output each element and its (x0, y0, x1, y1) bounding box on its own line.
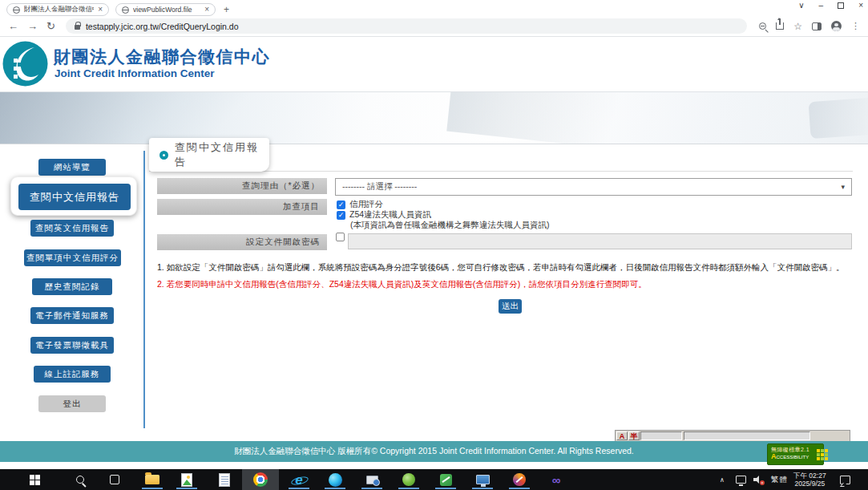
taskbar-search-button[interactable] (62, 469, 99, 490)
painter-app-button[interactable] (501, 469, 538, 490)
screen: 財團法人金融聯合徵信中心-個人 × viewPublicWord.file × … (0, 0, 868, 490)
start-button[interactable] (16, 469, 53, 490)
site-title-zh: 財團法人金融聯合徵信中心 (54, 46, 270, 68)
toolbar-actions: ☆ ⋮ (759, 21, 860, 31)
remote-desktop-button[interactable] (353, 469, 390, 490)
internet-explorer-button[interactable]: e (281, 469, 317, 490)
url-text[interactable]: testapply.jcic.org.tw/CreditQueryLogin.d… (86, 22, 239, 31)
reason-select[interactable]: -------- 請選擇 -------- ▾ (335, 178, 852, 196)
infinity-icon: ∞ (552, 474, 561, 486)
doc-password-input[interactable] (348, 233, 852, 249)
tray-time: 下午 02:27 (793, 472, 826, 480)
z54-note: (本項資訊為曾任職金融機構之舞弊違法失職人員資訊) (350, 220, 550, 231)
image-viewer-button[interactable] (168, 469, 205, 490)
bookmark-star-icon[interactable]: ☆ (793, 22, 802, 31)
windows-logo-icon (30, 475, 40, 485)
address-bar[interactable]: testapply.jcic.org.tw/CreditQueryLogin.d… (66, 18, 747, 34)
sidebar-item-english-credit-report[interactable]: 查閱英文信用報告 (30, 220, 114, 237)
profile-avatar[interactable] (831, 21, 842, 31)
network-tray-button[interactable] (736, 469, 746, 490)
doc-password-checkbox[interactable] (336, 233, 345, 241)
search-icon (76, 476, 84, 484)
sidebar-item-online-note[interactable]: 線上註記服務 (34, 366, 111, 383)
document-app-button[interactable] (206, 469, 243, 490)
tab-close-icon[interactable]: × (204, 6, 209, 14)
ime-language-bar: A 半 (615, 430, 850, 442)
monitor-icon (476, 475, 490, 484)
sidebar-item-history[interactable]: 歷史查閱記錄 (32, 278, 112, 295)
paint-icon (513, 473, 526, 486)
z54-checkbox[interactable]: ✓ (337, 211, 345, 220)
back-button[interactable]: ← (8, 21, 18, 31)
copyright-text: 財團法人金融聯合徵信中心 版權所有© Copyright 2015 Joint … (234, 446, 633, 456)
banner-keyboard-shape (0, 91, 322, 144)
window-controls: ∨ – × (798, 1, 863, 10)
z54-label: Z54違法失職人員資訊 (349, 209, 431, 221)
monitor-app-button[interactable] (464, 469, 501, 490)
accessibility-badge-line1: 無障礙標章2.1 (771, 447, 821, 453)
submit-button[interactable]: 送出 (499, 299, 522, 314)
tab-strip: 財團法人金融聯合徵信中心-個人 × viewPublicWord.file × … (0, 0, 868, 16)
checkbox-row-credit-score: ✓ 信用評分 (337, 199, 383, 210)
new-tab-button[interactable]: + (224, 4, 229, 15)
tab-close-icon[interactable]: × (98, 6, 103, 14)
jcic-logo[interactable] (2, 41, 48, 87)
chevron-down-icon[interactable]: ∨ (798, 1, 804, 10)
restore-button[interactable] (838, 2, 844, 9)
minimize-button[interactable]: – (819, 1, 824, 10)
task-view-button[interactable] (96, 469, 133, 490)
tab-title: viewPublicWord.file (133, 6, 192, 14)
taskbar: e ∞ ∧ × 繁體 下午 02:27 2025/9/25 (0, 469, 868, 490)
tab-viewpublicword[interactable]: viewPublicWord.file × (115, 3, 216, 16)
browser-chrome: 財團法人金融聯合徵信中心-個人 × viewPublicWord.file × … (0, 0, 868, 37)
edge-icon (329, 473, 342, 487)
forward-button[interactable]: → (27, 21, 38, 31)
note-password-hint: 1. 如欲設定「文件開啟密碼」請勾選此欄，系統將預設密碼為身分證字號後6碼，您可… (157, 262, 845, 273)
tray-expand-button[interactable]: ∧ (720, 469, 725, 490)
green-app2-button[interactable] (427, 469, 464, 490)
file-explorer-button[interactable] (134, 469, 171, 490)
teal-ring-icon (159, 151, 168, 160)
logout-button[interactable]: 登出 (38, 395, 106, 412)
accessibility-badge-line2: ACCESSIBILITY (771, 453, 821, 461)
close-button[interactable]: × (858, 1, 863, 10)
sidebar-item-single-credit-score[interactable]: 查閱單項中文信用評分 (24, 249, 121, 266)
tab-jcic[interactable]: 財團法人金融聯合徵信中心-個人 × (6, 3, 109, 16)
chevron-down-icon: ▾ (841, 183, 845, 191)
document-icon (219, 473, 230, 487)
sidebar-item-einvoice-carrier[interactable]: 電子發票聯徵載具 (30, 337, 114, 354)
network-icon (736, 476, 746, 484)
green-square-icon (440, 474, 452, 486)
input-language-button[interactable]: 繁體 (771, 469, 788, 490)
zoom-icon[interactable] (759, 22, 766, 30)
sidebar-item-chinese-credit-report[interactable]: 查閱中文信用報告 (18, 184, 131, 210)
ime-alpha-button[interactable]: A (616, 431, 628, 440)
volume-tray-button[interactable]: × (753, 469, 762, 490)
infinity-app-button[interactable]: ∞ (538, 469, 575, 490)
accessibility-rest: CCESSIBILITY (777, 455, 809, 460)
banner-phone-shape (809, 95, 868, 139)
browser-menu-icon[interactable]: ⋮ (851, 21, 860, 31)
accessibility-badge[interactable]: 無障礙標章2.1 ACCESSIBILITY (767, 443, 824, 465)
chrome-icon (253, 472, 268, 487)
page-footer: 財團法人金融聯合徵信中心 版權所有© Copyright 2015 Joint … (0, 441, 868, 462)
browser-toolbar: ← → ↻ testapply.jcic.org.tw/CreditQueryL… (0, 16, 868, 36)
green-app-button[interactable] (390, 469, 427, 490)
reload-button[interactable]: ↻ (46, 21, 55, 31)
action-center-icon (840, 476, 850, 484)
action-center-button[interactable] (840, 469, 850, 490)
doc-password-label: 設定文件開啟密碼 (157, 234, 327, 250)
checkbox-row-z54: ✓ Z54違法失職人員資訊 (337, 209, 431, 221)
edge-button[interactable] (317, 469, 353, 490)
sidebar-item-email-notify[interactable]: 電子郵件通知服務 (30, 307, 114, 324)
credit-score-checkbox[interactable]: ✓ (337, 200, 345, 209)
sidebar-item-site-map[interactable]: 網站導覽 (38, 159, 106, 176)
banner-pen-shape (446, 91, 716, 144)
chrome-button[interactable] (242, 469, 279, 490)
share-icon[interactable] (776, 22, 784, 30)
sidebar-divider (143, 151, 145, 428)
ime-well-large (684, 431, 810, 440)
clock-tray[interactable]: 下午 02:27 2025/9/25 (793, 469, 826, 490)
side-panel-icon[interactable] (812, 22, 822, 30)
ime-halfwidth-button[interactable]: 半 (628, 431, 640, 440)
